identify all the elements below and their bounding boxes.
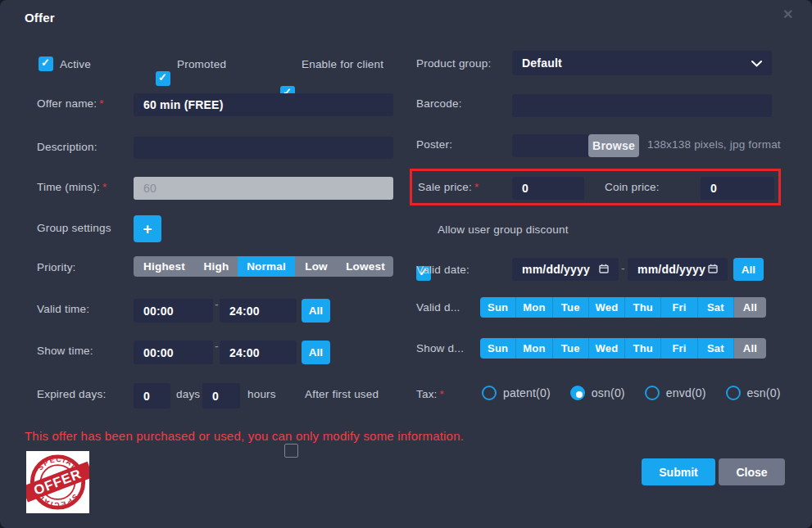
valid-date-to-input[interactable]: mm/dd/yyyy [628, 258, 728, 281]
enable-for-client-label: Enable for client [302, 58, 383, 70]
expired-days-input[interactable]: 0 [134, 383, 170, 408]
product-group-label: Product group: [416, 57, 491, 70]
offer-name-input[interactable]: 60 min (FREE) [134, 93, 393, 116]
show-day-thu[interactable]: Thu [625, 338, 661, 359]
priority-high[interactable]: High [195, 256, 238, 277]
offer-name-label: Offer name:* [37, 97, 104, 110]
product-group-select[interactable]: Default [512, 51, 772, 75]
active-checkbox[interactable] [39, 56, 53, 71]
time-mins-value: 60 [143, 182, 157, 195]
tax-option-label: envd(0) [666, 386, 706, 399]
promoted-checkbox[interactable] [156, 71, 170, 86]
close-icon[interactable]: ✕ [783, 8, 794, 21]
show-time-from-input[interactable]: 00:00 [134, 341, 213, 364]
tax-options: patent(0) osn(0) envd(0) esn(0) [482, 386, 781, 400]
tax-option-label: osn(0) [592, 386, 625, 399]
special-offer-stamp-image: SPECIAL SPECIAL OFFER [26, 451, 89, 513]
show-time-all-button[interactable]: All [302, 341, 330, 364]
promoted-label: Promoted [177, 58, 226, 70]
valid-time-to-value: 24:00 [229, 305, 260, 318]
show-day-wed[interactable]: Wed [589, 338, 625, 359]
required-asterisk: * [474, 181, 479, 193]
offer-modal: Offer ✕ Active Promoted Enable for clien… [0, 0, 812, 528]
sale-price-label: Sale price:* [418, 181, 479, 193]
poster-file-input[interactable] [512, 134, 588, 157]
allow-discount-label: Allow user group discount [438, 223, 569, 236]
tax-radio-osn[interactable] [570, 386, 585, 400]
valid-time-from-input[interactable]: 00:00 [134, 299, 213, 323]
poster-browse-button[interactable]: Browse [588, 134, 639, 157]
valid-date-from-input[interactable]: mm/dd/yyyy [512, 258, 619, 281]
valid-day-wed[interactable]: Wed [589, 297, 625, 318]
close-button[interactable]: Close [719, 458, 785, 485]
show-days-label: Show d... [416, 342, 464, 354]
show-day-tue[interactable]: Tue [553, 338, 589, 359]
submit-button[interactable]: Submit [642, 458, 715, 485]
sale-price-input[interactable]: 0 [512, 177, 584, 200]
valid-day-thu[interactable]: Thu [625, 297, 661, 318]
description-label: Description: [37, 141, 98, 153]
time-range-dash: - [215, 340, 219, 353]
offer-name-value: 60 min (FREE) [143, 98, 224, 111]
modal-title: Offer [25, 11, 55, 25]
required-asterisk: * [440, 388, 444, 400]
priority-selector: Highest High Normal Low Lowest [134, 256, 393, 277]
expired-hours-unit: hours [247, 388, 276, 400]
valid-time-label: Valid time: [37, 303, 89, 315]
expired-days-unit: days [176, 388, 200, 400]
tax-radio-esn[interactable] [726, 386, 741, 400]
group-settings-add-button[interactable]: + [134, 215, 161, 242]
priority-lowest[interactable]: Lowest [338, 256, 393, 277]
active-label: Active [60, 58, 91, 70]
purchased-warning-text: This offer has been purchased or used, y… [25, 429, 464, 443]
calendar-icon[interactable] [708, 262, 718, 277]
tax-radio-patent[interactable] [482, 386, 497, 400]
valid-day-sun[interactable]: Sun [480, 297, 516, 318]
priority-low[interactable]: Low [295, 256, 338, 277]
valid-date-label: Valid date: [416, 264, 470, 276]
show-day-sun[interactable]: Sun [480, 338, 516, 359]
coin-price-input[interactable]: 0 [701, 177, 774, 200]
valid-day-mon[interactable]: Mon [516, 297, 552, 318]
after-first-used-checkbox[interactable] [284, 444, 298, 458]
stamp-banner-text: OFFER [32, 466, 84, 499]
priority-normal[interactable]: Normal [238, 256, 295, 277]
tax-option-label: esn(0) [747, 386, 781, 399]
expired-hours-value: 0 [212, 390, 219, 403]
time-mins-label: Time (mins):* [37, 181, 107, 193]
valid-time-all-button[interactable]: All [302, 299, 330, 323]
valid-day-fri[interactable]: Fri [661, 297, 697, 318]
priority-highest[interactable]: Highest [134, 256, 195, 277]
show-day-mon[interactable]: Mon [516, 338, 552, 359]
valid-day-sat[interactable]: Sat [698, 297, 734, 318]
show-day-fri[interactable]: Fri [661, 338, 697, 359]
valid-date-from-value: mm/dd/yyyy [522, 263, 590, 276]
priority-label: Priority: [37, 261, 76, 273]
expired-hours-input[interactable]: 0 [202, 383, 240, 408]
barcode-label: Barcode: [416, 97, 462, 110]
show-time-to-input[interactable]: 24:00 [220, 341, 297, 364]
tax-option-label: patent(0) [503, 386, 551, 399]
valid-date-all-button[interactable]: All [733, 258, 764, 281]
time-mins-input: 60 [134, 177, 393, 200]
valid-time-to-input[interactable]: 24:00 [220, 299, 297, 323]
show-day-sat[interactable]: Sat [698, 338, 734, 359]
valid-days-label: Valid d... [416, 301, 460, 314]
expired-days-label: Expired days: [37, 388, 106, 400]
valid-days-all-button[interactable]: All [734, 297, 766, 318]
valid-time-from-value: 00:00 [143, 305, 174, 318]
show-days-all-button[interactable]: All [734, 338, 766, 359]
description-input[interactable] [134, 137, 393, 159]
required-asterisk: * [99, 97, 103, 110]
chevron-down-icon [751, 56, 762, 70]
expired-days-value: 0 [143, 390, 150, 403]
group-settings-label: Group settings [37, 222, 111, 234]
valid-day-tue[interactable]: Tue [553, 297, 589, 318]
after-first-used-label: After first used [305, 388, 379, 400]
barcode-input[interactable] [512, 94, 772, 117]
tax-radio-envd[interactable] [645, 386, 660, 400]
coin-price-label: Coin price: [605, 181, 660, 193]
calendar-icon[interactable] [599, 262, 609, 277]
coin-price-value: 0 [710, 182, 717, 195]
show-time-from-value: 00:00 [143, 346, 174, 359]
